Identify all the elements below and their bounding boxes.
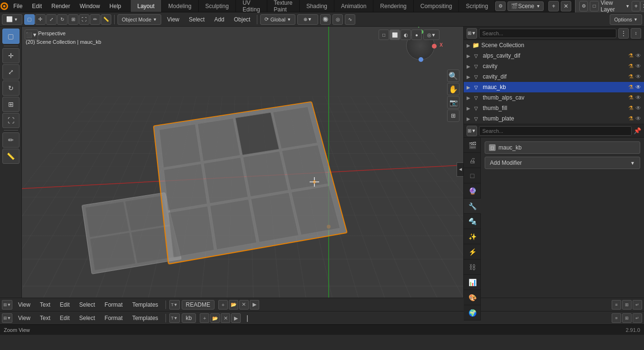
visibility-mauc[interactable]: 👁 [635, 84, 641, 90]
prop-tab-world[interactable]: 🌍 [464, 305, 481, 320]
prop-tab-physics[interactable]: ⚡ [464, 244, 481, 260]
viewport-add-menu[interactable]: Add [210, 15, 228, 24]
properties-search-input[interactable] [479, 126, 632, 136]
bb1-list-btn[interactable]: ≡ [612, 300, 621, 310]
bb2-list-btn[interactable]: ≡ [612, 313, 621, 323]
bb1-select-menu[interactable]: Select [76, 300, 99, 309]
prop-tab-scene[interactable]: 🎬 [464, 138, 481, 153]
prop-tab-data[interactable]: 📊 [464, 275, 481, 290]
cursor-tool-btn[interactable]: ✛ [2, 48, 20, 63]
select-tool-btn[interactable]: ▢ [2, 29, 20, 44]
outliner-item-cavity[interactable]: ▶ ▽ cavity ⚗ 👁 [464, 61, 644, 71]
move-tool-btn[interactable]: ⤢ [2, 64, 20, 80]
snap-toggle[interactable]: 🔘 [320, 14, 331, 25]
tab-shading[interactable]: Shading [300, 0, 334, 12]
outliner-editor-btn[interactable]: ⊞▼ [467, 28, 477, 39]
tab-uv-editing[interactable]: UV Editing [236, 0, 267, 12]
move-btn[interactable]: ⤢ [46, 14, 57, 25]
bb2-type-btn[interactable]: T▼ [169, 313, 180, 323]
scene-options-btn[interactable]: ⚙ [495, 1, 506, 11]
pivot-dropdown[interactable]: ⊕▼ [297, 14, 318, 25]
bb2-text-menu[interactable]: Text [36, 314, 54, 322]
bb2-format-menu[interactable]: Format [101, 314, 127, 322]
bb2-close-btn[interactable]: ✕ [221, 313, 230, 323]
viewport-collapse-btn[interactable]: ◀ [457, 162, 463, 177]
proportional-edit[interactable]: ◎ [332, 14, 343, 25]
tab-compositing[interactable]: Compositing [414, 0, 459, 12]
outliner-item-thumb-alps-cav[interactable]: ▶ ▽ thumb_alps_cav ⚗ 👁 [464, 92, 644, 103]
bb1-wrap-btn[interactable]: ↵ [633, 300, 642, 310]
add-modifier-btn[interactable]: Add Modifier ▼ [485, 157, 640, 169]
bb1-templates-menu[interactable]: Templates [128, 300, 162, 309]
bb2-edit-menu[interactable]: Edit [56, 314, 74, 322]
visibility-cavity-dif[interactable]: 👁 [635, 73, 641, 80]
tab-rendering[interactable]: Rendering [373, 0, 413, 12]
outliner-item-thumb-fill[interactable]: ▶ ▽ thumb_fill ⚗ 👁 [464, 103, 644, 113]
prop-tab-modifier[interactable]: 🔩 [464, 214, 481, 229]
proportional-falloff[interactable]: ∿ [345, 14, 355, 25]
render-region-btn[interactable]: ⊞ [447, 110, 459, 122]
prop-tab-constraints[interactable]: ⛓ [464, 260, 481, 275]
rotate-btn[interactable]: ↻ [57, 14, 68, 25]
prop-tab-scene-obj[interactable]: 🔮 [464, 183, 481, 199]
cursor-btn[interactable]: ✛ [35, 14, 46, 25]
bb2-view-menu[interactable]: View [14, 314, 34, 322]
bb1-view-menu[interactable]: View [14, 300, 34, 309]
view-layer-add-btn[interactable]: + [632, 1, 640, 11]
viewport-view-menu[interactable]: View [163, 15, 183, 24]
camera-btn[interactable]: 📷 [447, 96, 459, 109]
tab-layout[interactable]: Layout [131, 0, 162, 12]
outliner-item-cavity-dif[interactable]: ▶ ▽ cavity_dif ⚗ 👁 [464, 71, 644, 82]
visibility-alps[interactable]: 👁 [635, 52, 641, 59]
rotate-tool-btn[interactable]: ↻ [2, 80, 20, 96]
bb1-text-menu[interactable]: Text [36, 300, 54, 309]
menu-render[interactable]: Render [47, 0, 75, 12]
solid-btn[interactable]: ⬜ [390, 30, 400, 40]
bb2-wrap-btn[interactable]: ↵ [633, 313, 642, 323]
scale-btn[interactable]: ⊞ [68, 14, 78, 25]
tab-sculpting[interactable]: Sculpting [199, 0, 236, 12]
outliner-item-thumb-plate[interactable]: ▶ ▽ thumb_plate ⚗ 👁 [464, 113, 644, 124]
bb1-play-btn[interactable]: ▶ [250, 300, 259, 310]
tab-texture-paint[interactable]: Texture Paint [267, 0, 300, 12]
prop-tab-view-layer[interactable]: □ [464, 168, 481, 183]
wireframe-btn[interactable]: □ [379, 30, 389, 40]
outliner-filter-btn[interactable]: ⋮ [618, 28, 629, 39]
tab-scripting[interactable]: Scripting [459, 0, 495, 12]
pan-btn[interactable]: ✋ [447, 83, 459, 95]
select-box-btn[interactable]: ▢ [24, 14, 35, 25]
viewport-select-menu[interactable]: Select [185, 15, 208, 24]
menu-edit[interactable]: Edit [27, 0, 47, 12]
view-layer-remove-btn[interactable]: ✕ [640, 1, 644, 11]
options-dropdown[interactable]: Options ▼ [610, 14, 642, 25]
rendered-btn[interactable]: ● [411, 30, 422, 40]
bb2-editor-btn[interactable]: ⊞▼ [2, 313, 12, 323]
material-preview-btn[interactable]: ◐ [400, 30, 411, 40]
visibility-thumb-fill[interactable]: 👁 [635, 105, 641, 111]
visibility-thumb-plate[interactable]: 👁 [635, 115, 641, 122]
outliner-item-mauc-kb[interactable]: ▶ ▽ mauc_kb ⚗ 👁 [464, 82, 644, 92]
view-layer-icon-btn[interactable]: □ [590, 1, 598, 11]
measure-btn[interactable]: 📏 [101, 14, 111, 25]
bb1-close-btn[interactable]: ✕ [239, 300, 249, 310]
measure-tool-btn[interactable]: 📏 [2, 149, 20, 164]
transform-tool-btn[interactable]: ⛶ [2, 113, 20, 128]
prop-tab-particles[interactable]: ✨ [464, 229, 481, 244]
bb1-type-btn[interactable]: T▼ [169, 300, 180, 310]
menu-help[interactable]: Help [105, 0, 126, 12]
bb2-play-btn[interactable]: ▶ [231, 313, 241, 323]
bb1-new-btn[interactable]: + [218, 300, 228, 310]
prop-tab-object[interactable]: 🔧 [464, 199, 481, 214]
bb2-open-btn[interactable]: 📂 [210, 313, 220, 323]
outliner-sort-btn[interactable]: ↕ [631, 28, 641, 39]
visibility-cavity[interactable]: 👁 [635, 63, 641, 70]
annotate-btn[interactable]: ✏ [90, 14, 100, 25]
bb1-editor-btn[interactable]: ⊞▼ [2, 300, 12, 310]
view-layer-options-btn[interactable]: ⚙ [579, 1, 588, 11]
transform-space-dropdown[interactable]: ⟳ Global ▼ [260, 14, 295, 25]
object-mode-dropdown[interactable]: Object Mode ▼ [117, 14, 161, 25]
menu-file[interactable]: File [9, 0, 27, 12]
collection-expand-arrow[interactable]: ▶ [467, 43, 470, 48]
viewport-object-menu[interactable]: Object [230, 15, 254, 24]
scene-add-btn[interactable]: + [548, 1, 559, 11]
